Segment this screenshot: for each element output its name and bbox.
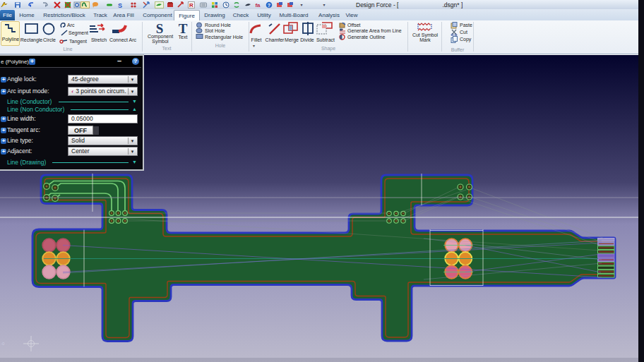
- svg-text:?: ?: [268, 3, 270, 8]
- svg-text:-0: -0: [1, 342, 5, 346]
- svg-text:R: R: [189, 2, 193, 8]
- svg-text:S: S: [118, 2, 122, 9]
- svg-text:fa: fa: [255, 2, 261, 8]
